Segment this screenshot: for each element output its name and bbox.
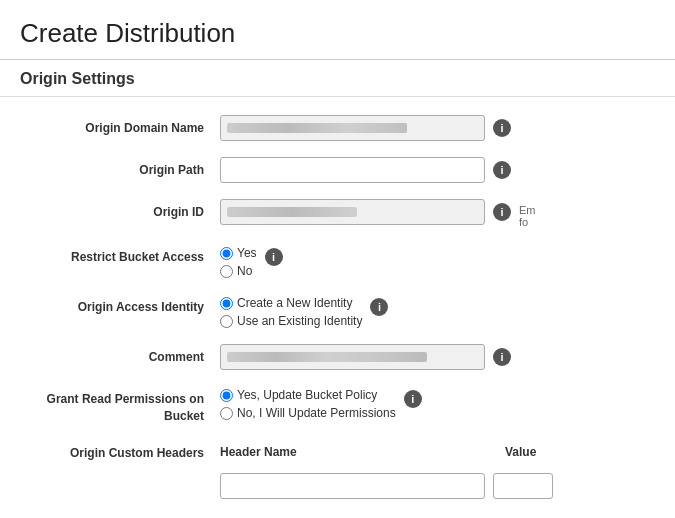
create-new-identity-option[interactable]: Create a New Identity (220, 296, 362, 310)
restrict-bucket-access-yes[interactable]: Yes (220, 246, 257, 260)
grant-yes-label: Yes, Update Bucket Policy (237, 388, 377, 402)
grant-no-label: No, I Will Update Permissions (237, 406, 396, 420)
restrict-bucket-no-radio[interactable] (220, 265, 233, 278)
grant-read-permissions-control: Yes, Update Bucket Policy No, I Will Upd… (220, 386, 655, 420)
grant-read-permissions-info-icon[interactable]: i (404, 390, 422, 408)
grant-read-permissions-label: Grant Read Permissions on Bucket (20, 386, 220, 425)
header-name-col-label: Header Name (220, 445, 485, 459)
restrict-bucket-access-no[interactable]: No (220, 264, 257, 278)
origin-access-identity-control: Create a New Identity Use an Existing Id… (220, 294, 655, 328)
comment-row: Comment i (20, 336, 655, 378)
restrict-bucket-yes-label: Yes (237, 246, 257, 260)
create-identity-radio[interactable] (220, 297, 233, 310)
custom-headers-inputs (220, 469, 553, 499)
section-title: Origin Settings (0, 60, 675, 97)
origin-id-row: Origin ID i Emfo (20, 191, 655, 236)
use-existing-identity-option[interactable]: Use an Existing Identity (220, 314, 362, 328)
grant-no-radio[interactable] (220, 407, 233, 420)
grant-yes-radio[interactable] (220, 389, 233, 402)
restrict-bucket-access-control: Yes No i (220, 244, 655, 278)
origin-path-label: Origin Path (20, 157, 220, 179)
origin-id-info-icon[interactable]: i (493, 203, 511, 221)
origin-path-control: i (220, 157, 655, 183)
restrict-bucket-yes-radio[interactable] (220, 247, 233, 260)
header-name-input[interactable] (220, 473, 485, 499)
origin-access-identity-label: Origin Access Identity (20, 294, 220, 316)
grant-read-permissions-row: Grant Read Permissions on Bucket Yes, Up… (20, 378, 655, 433)
origin-domain-name-info-icon[interactable]: i (493, 119, 511, 137)
create-identity-label: Create a New Identity (237, 296, 352, 310)
custom-headers-column-headers: Header Name Value (220, 441, 536, 461)
restrict-bucket-access-label: Restrict Bucket Access (20, 244, 220, 266)
page-header: Create Distribution (0, 0, 675, 60)
origin-domain-name-row: Origin Domain Name i (20, 107, 655, 149)
comment-control: i (220, 344, 655, 370)
grant-yes-update-policy-option[interactable]: Yes, Update Bucket Policy (220, 388, 396, 402)
origin-access-identity-info-icon[interactable]: i (370, 298, 388, 316)
restrict-bucket-no-label: No (237, 264, 252, 278)
comment-info-icon[interactable]: i (493, 348, 511, 366)
comment-label: Comment (20, 344, 220, 366)
origin-access-identity-row: Origin Access Identity Create a New Iden… (20, 286, 655, 336)
origin-custom-headers-control: Header Name Value (220, 441, 655, 499)
origin-path-info-icon[interactable]: i (493, 161, 511, 179)
form-body: Origin Domain Name i Origin Path i Origi… (0, 97, 675, 517)
origin-custom-headers-label: Origin Custom Headers (20, 441, 220, 462)
existing-identity-radio[interactable] (220, 315, 233, 328)
grant-no-update-permissions-option[interactable]: No, I Will Update Permissions (220, 406, 396, 420)
origin-id-control: i Emfo (220, 199, 655, 228)
origin-domain-name-label: Origin Domain Name (20, 115, 220, 137)
header-value-col-label: Value (505, 445, 536, 459)
origin-custom-headers-row: Origin Custom Headers Header Name Value (20, 433, 655, 507)
grant-read-permissions-options: Yes, Update Bucket Policy No, I Will Upd… (220, 386, 396, 420)
restrict-bucket-access-options: Yes No (220, 244, 257, 278)
header-value-input[interactable] (493, 473, 553, 499)
page-title: Create Distribution (20, 18, 655, 49)
origin-path-row: Origin Path i (20, 149, 655, 191)
existing-identity-label: Use an Existing Identity (237, 314, 362, 328)
origin-access-identity-options: Create a New Identity Use an Existing Id… (220, 294, 362, 328)
origin-id-label: Origin ID (20, 199, 220, 221)
restrict-bucket-info-icon[interactable]: i (265, 248, 283, 266)
origin-path-input[interactable] (220, 157, 485, 183)
origin-domain-name-control: i (220, 115, 655, 141)
restrict-bucket-access-row: Restrict Bucket Access Yes No i (20, 236, 655, 286)
